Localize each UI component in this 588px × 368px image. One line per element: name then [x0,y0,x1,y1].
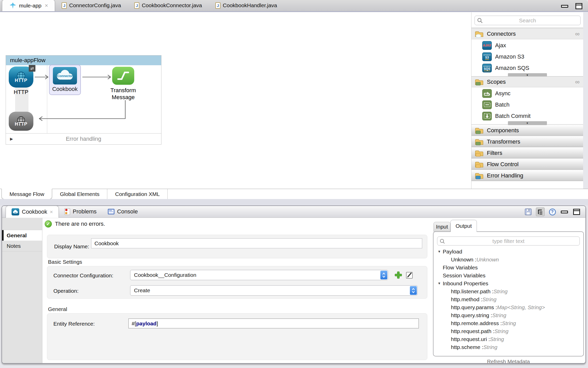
window-controls [561,3,582,9]
transform-message-node[interactable] [112,67,134,85]
palette-search-box[interactable] [475,16,581,25]
tree-row-http-status[interactable]: http.status : String [436,351,582,352]
palette-section-components[interactable]: Components [471,125,583,136]
panel-tab-console[interactable]: Console [102,206,143,218]
sidebar-item-notes[interactable]: Notes [2,241,42,251]
palette-section-error-handling[interactable]: Error Handling [471,170,583,181]
minimize-icon[interactable] [560,207,569,216]
connector-configuration-select[interactable]: Cookbook__Configuration [130,270,388,280]
palette-item-label: Ajax [495,42,506,49]
palette-section-filters[interactable]: Filters [471,148,583,158]
refresh-metadata-link[interactable]: Refresh Metadata [433,358,584,363]
palette-item-batch[interactable]: Batch [471,99,583,110]
folder-icon [475,149,484,157]
tree-row-http-scheme[interactable]: http.scheme : String [436,343,582,351]
edit-config-icon[interactable] [406,271,414,279]
tree-row-http-query-params[interactable]: http.query.params : Map<String, String> [436,303,582,311]
canvas-tab-global-elements[interactable]: Global Elements [52,189,107,199]
tree-label: http.status [451,352,476,353]
tree-row-unknown[interactable]: Unknown : Unknown [436,256,582,263]
palette-section-transformers[interactable]: Transformers [471,136,583,147]
tree-row-http-query-string[interactable]: http.query.string : String [436,311,582,319]
palette-section-connectors[interactable]: Connectors∞ [471,29,583,39]
folder-icon [475,138,484,146]
panel-tab-problems[interactable]: Problems [59,206,102,218]
maximize-icon[interactable] [572,207,581,216]
palette-item-ajax[interactable]: AJAXAjax [471,40,583,51]
tree-row-http-method[interactable]: http.method : String [436,295,582,303]
ajax-icon: AJAX [482,41,492,50]
palette-item-amazon-sqs[interactable]: amazonSQSAmazon SQS [471,62,583,74]
tree-row-http-request-path[interactable]: http.request.path : String [436,327,582,335]
palette-panel: Connectors∞AJAXAjaxamazonS3Amazon S3amaz… [471,12,583,189]
tree-row-session-variables[interactable]: Session Variables [436,271,582,279]
palette-item-label: Amazon S3 [495,53,524,60]
dropdown-stepper-icon[interactable] [410,286,417,295]
scroll-more-icon[interactable]: ▼ [508,121,547,125]
palette-section-label: Components [487,127,519,134]
properties-body: GeneralNotes ✓ There are no errors. Disp… [2,218,585,363]
http-listener-node[interactable]: HTTP ⇄ [9,67,33,88]
editor-tab-connectorconfig-java[interactable]: JConnectorConfig.java [55,0,128,11]
tree-row-payload[interactable]: ▼Payload [436,248,582,256]
metadata-filter-input[interactable] [437,238,580,244]
palette-section-scopes[interactable]: Scopes∞ [471,77,583,87]
close-icon[interactable]: × [50,209,53,215]
tree-colon: : [499,320,502,326]
add-config-icon[interactable] [394,271,402,279]
canvas-tab-configuration-xml[interactable]: Configuration XML [107,189,168,199]
tree-row-inbound-properties[interactable]: ▼Inbound Properties [436,279,582,287]
editor-tab-label: CookbookHandler.java [223,2,277,8]
help-icon[interactable]: ? [548,207,557,216]
tree-icon[interactable] [536,207,545,216]
tree-colon: : [479,296,483,303]
metadata-filter-box[interactable] [437,237,580,246]
editor-tab-mule-app[interactable]: mule-app× [2,0,55,11]
close-icon[interactable]: × [45,2,48,9]
http-response-node[interactable]: HTTP [9,112,33,131]
entity-reference-input[interactable]: #[payload] [128,318,419,328]
expand-triangle-icon[interactable]: ▼ [437,281,443,285]
tree-label: Payload [443,249,462,255]
palette-item-async[interactable]: Async [471,88,583,99]
cookbook-node-selected[interactable]: Connector Cookbook [49,65,81,95]
editor-tab-cookbookhandler-java[interactable]: JCookbookHandler.java [209,0,284,11]
basic-settings-group: Connector Configuration: Cookbook__Confi… [47,266,427,299]
expand-triangle-icon[interactable]: ▼ [437,250,443,253]
palette-section-flow-control[interactable]: Flow Control [471,159,583,170]
tree-label: Flow Variables [443,265,478,271]
palette-item-batch-commit[interactable]: Batch Commit [471,110,583,122]
palette-item-label: Amazon SQS [495,65,529,71]
panel-tabs: Cookbook×ProblemsConsole [2,206,143,218]
tree-label: Unknown [451,257,474,263]
display-name-input[interactable] [91,238,422,248]
tab-output[interactable]: Output [450,220,477,232]
mel-prefix: #[ [132,320,136,327]
java-file-icon: J [62,2,67,9]
canvas-tab-message-flow[interactable]: Message Flow [2,189,52,199]
operation-select[interactable]: Create [130,285,418,296]
panel-tab-cookbook[interactable]: Cookbook× [6,206,59,218]
minimize-icon[interactable] [561,5,568,8]
transform-label-line2: Message [101,94,145,101]
tree-type: String [483,344,497,350]
tree-row-flow-variables[interactable]: Flow Variables [436,263,582,271]
maximize-icon[interactable] [575,3,582,9]
status-text: There are no errors. [55,221,105,227]
save-icon[interactable] [524,207,533,216]
properties-sidebar: GeneralNotes [2,218,42,363]
collapse-triangle-icon[interactable]: ▶ [10,137,13,141]
tree-row-http-listener-path[interactable]: http.listener.path : String [436,287,582,295]
palette-sections: Connectors∞AJAXAjaxamazonS3Amazon S3amaz… [471,29,583,181]
editor-tab-cookbookconnector-java[interactable]: JCookbookConnector.java [128,0,209,11]
tab-input[interactable]: Input [433,222,450,232]
error-handling-section[interactable]: ▶ Error handling [6,133,161,144]
dropdown-stepper-icon[interactable] [380,271,387,279]
flow-title[interactable]: mule-appFlow [6,55,161,65]
tree-row-http-request-uri[interactable]: http.request.uri : String [436,335,582,343]
tree-row-http-remote-address[interactable]: http.remote.address : String [436,319,582,327]
palette-search-input[interactable] [475,17,580,24]
sidebar-item-general[interactable]: General [2,230,42,241]
palette-item-amazon-s3[interactable]: amazonS3Amazon S3 [471,51,583,62]
transform-node-label: Transform Message [101,87,145,101]
